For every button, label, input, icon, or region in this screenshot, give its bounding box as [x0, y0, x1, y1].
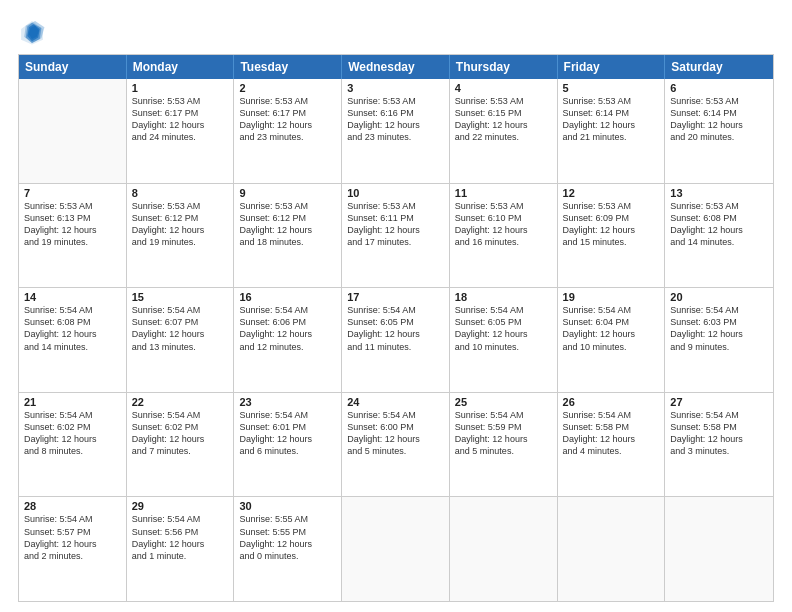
cell-line: Sunrise: 5:53 AM [132, 95, 229, 107]
cell-line: Daylight: 12 hours [239, 119, 336, 131]
cell-line: Sunrise: 5:53 AM [563, 200, 660, 212]
cell-line: Sunrise: 5:54 AM [24, 304, 121, 316]
day-cell-20: 20Sunrise: 5:54 AMSunset: 6:03 PMDayligh… [665, 288, 773, 392]
day-number: 14 [24, 291, 121, 303]
day-number: 3 [347, 82, 444, 94]
empty-cell-4-3 [342, 497, 450, 601]
cell-line: and 20 minutes. [670, 131, 768, 143]
day-header-sunday: Sunday [19, 55, 127, 79]
cell-line: Sunset: 5:57 PM [24, 526, 121, 538]
cell-line: Sunset: 6:02 PM [132, 421, 229, 433]
cell-line: and 16 minutes. [455, 236, 552, 248]
day-cell-25: 25Sunrise: 5:54 AMSunset: 5:59 PMDayligh… [450, 393, 558, 497]
cell-line: Sunset: 6:07 PM [132, 316, 229, 328]
day-number: 5 [563, 82, 660, 94]
cell-line: Sunrise: 5:55 AM [239, 513, 336, 525]
day-number: 13 [670, 187, 768, 199]
day-header-thursday: Thursday [450, 55, 558, 79]
day-cell-22: 22Sunrise: 5:54 AMSunset: 6:02 PMDayligh… [127, 393, 235, 497]
cell-line: Daylight: 12 hours [132, 224, 229, 236]
day-cell-2: 2Sunrise: 5:53 AMSunset: 6:17 PMDaylight… [234, 79, 342, 183]
day-cell-23: 23Sunrise: 5:54 AMSunset: 6:01 PMDayligh… [234, 393, 342, 497]
day-header-friday: Friday [558, 55, 666, 79]
cell-line: Daylight: 12 hours [563, 119, 660, 131]
cell-line: and 8 minutes. [24, 445, 121, 457]
day-cell-12: 12Sunrise: 5:53 AMSunset: 6:09 PMDayligh… [558, 184, 666, 288]
cell-line: Sunset: 6:01 PM [239, 421, 336, 433]
cell-line: Sunrise: 5:54 AM [563, 409, 660, 421]
day-cell-16: 16Sunrise: 5:54 AMSunset: 6:06 PMDayligh… [234, 288, 342, 392]
cell-line: Daylight: 12 hours [347, 433, 444, 445]
cell-line: Sunrise: 5:53 AM [239, 200, 336, 212]
cell-line: Daylight: 12 hours [24, 328, 121, 340]
day-cell-10: 10Sunrise: 5:53 AMSunset: 6:11 PMDayligh… [342, 184, 450, 288]
day-cell-15: 15Sunrise: 5:54 AMSunset: 6:07 PMDayligh… [127, 288, 235, 392]
cell-line: Sunset: 5:55 PM [239, 526, 336, 538]
cell-line: Daylight: 12 hours [563, 224, 660, 236]
day-number: 24 [347, 396, 444, 408]
day-cell-24: 24Sunrise: 5:54 AMSunset: 6:00 PMDayligh… [342, 393, 450, 497]
day-number: 19 [563, 291, 660, 303]
cell-line: Daylight: 12 hours [563, 328, 660, 340]
day-number: 12 [563, 187, 660, 199]
cell-line: and 5 minutes. [455, 445, 552, 457]
day-number: 18 [455, 291, 552, 303]
cell-line: and 15 minutes. [563, 236, 660, 248]
day-number: 15 [132, 291, 229, 303]
cell-line: Daylight: 12 hours [455, 119, 552, 131]
cell-line: Sunset: 6:14 PM [670, 107, 768, 119]
cell-line: Daylight: 12 hours [670, 224, 768, 236]
cell-line: Sunset: 6:04 PM [563, 316, 660, 328]
cell-line: Daylight: 12 hours [24, 433, 121, 445]
page: SundayMondayTuesdayWednesdayThursdayFrid… [0, 0, 792, 612]
cell-line: Sunset: 6:10 PM [455, 212, 552, 224]
cell-line: Sunrise: 5:53 AM [563, 95, 660, 107]
cell-line: Sunset: 6:12 PM [132, 212, 229, 224]
cell-line: Sunrise: 5:54 AM [455, 409, 552, 421]
cell-line: Sunrise: 5:53 AM [132, 200, 229, 212]
cell-line: Daylight: 12 hours [24, 538, 121, 550]
day-cell-14: 14Sunrise: 5:54 AMSunset: 6:08 PMDayligh… [19, 288, 127, 392]
cell-line: and 9 minutes. [670, 341, 768, 353]
day-cell-29: 29Sunrise: 5:54 AMSunset: 5:56 PMDayligh… [127, 497, 235, 601]
cell-line: Sunrise: 5:54 AM [347, 304, 444, 316]
cell-line: Sunset: 6:17 PM [132, 107, 229, 119]
logo-icon [18, 18, 46, 46]
cell-line: Sunrise: 5:53 AM [347, 200, 444, 212]
cell-line: Daylight: 12 hours [239, 433, 336, 445]
day-cell-28: 28Sunrise: 5:54 AMSunset: 5:57 PMDayligh… [19, 497, 127, 601]
cell-line: Daylight: 12 hours [239, 538, 336, 550]
cell-line: and 2 minutes. [24, 550, 121, 562]
cell-line: Daylight: 12 hours [670, 433, 768, 445]
day-cell-5: 5Sunrise: 5:53 AMSunset: 6:14 PMDaylight… [558, 79, 666, 183]
calendar-header: SundayMondayTuesdayWednesdayThursdayFrid… [19, 55, 773, 79]
day-cell-17: 17Sunrise: 5:54 AMSunset: 6:05 PMDayligh… [342, 288, 450, 392]
day-number: 20 [670, 291, 768, 303]
cell-line: Sunset: 6:12 PM [239, 212, 336, 224]
cell-line: Daylight: 12 hours [132, 119, 229, 131]
day-cell-11: 11Sunrise: 5:53 AMSunset: 6:10 PMDayligh… [450, 184, 558, 288]
day-header-saturday: Saturday [665, 55, 773, 79]
cell-line: Sunset: 5:58 PM [670, 421, 768, 433]
cell-line: and 19 minutes. [132, 236, 229, 248]
day-number: 25 [455, 396, 552, 408]
cell-line: and 4 minutes. [563, 445, 660, 457]
cell-line: Sunset: 6:05 PM [455, 316, 552, 328]
cell-line: and 18 minutes. [239, 236, 336, 248]
cell-line: Sunrise: 5:54 AM [347, 409, 444, 421]
cell-line: Sunset: 6:17 PM [239, 107, 336, 119]
day-cell-13: 13Sunrise: 5:53 AMSunset: 6:08 PMDayligh… [665, 184, 773, 288]
cell-line: and 5 minutes. [347, 445, 444, 457]
cell-line: Sunrise: 5:53 AM [670, 95, 768, 107]
cell-line: and 12 minutes. [239, 341, 336, 353]
cell-line: Sunrise: 5:53 AM [347, 95, 444, 107]
day-cell-18: 18Sunrise: 5:54 AMSunset: 6:05 PMDayligh… [450, 288, 558, 392]
cell-line: and 14 minutes. [670, 236, 768, 248]
cell-line: Daylight: 12 hours [670, 119, 768, 131]
cell-line: and 21 minutes. [563, 131, 660, 143]
cell-line: Sunset: 6:14 PM [563, 107, 660, 119]
cell-line: and 13 minutes. [132, 341, 229, 353]
cell-line: Daylight: 12 hours [455, 328, 552, 340]
cell-line: and 3 minutes. [670, 445, 768, 457]
day-cell-1: 1Sunrise: 5:53 AMSunset: 6:17 PMDaylight… [127, 79, 235, 183]
